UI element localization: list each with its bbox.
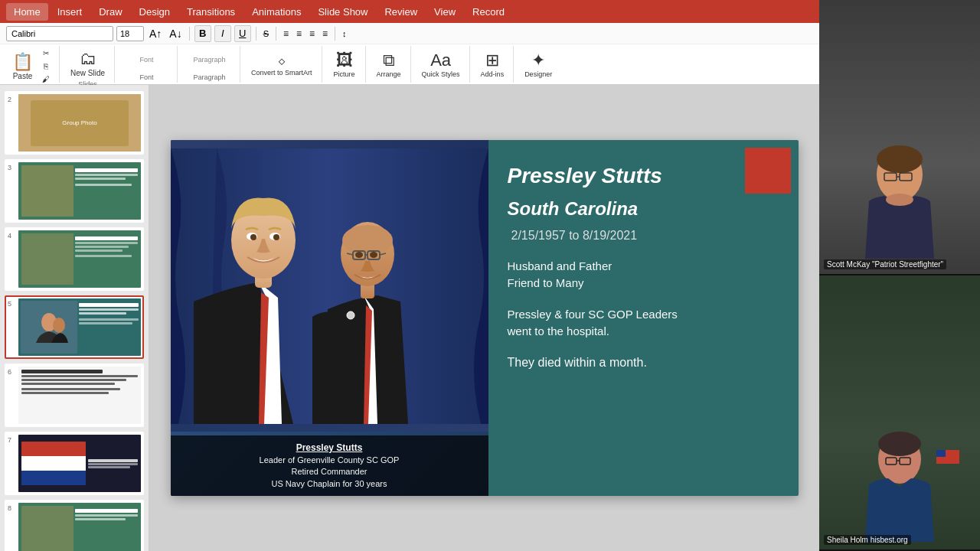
slide-text-content: Pressley Stutts South Carolina 2/15/1957… [488,140,799,496]
caption-sub2: US Navy Chaplain for 30 years [174,478,485,490]
slide-panel: 2 Group Photo 3 [0,85,149,551]
new-slide-icon: 🗂 [80,49,96,69]
slide-thumb-3[interactable]: 3 [5,159,144,223]
arrange-icon: ⧉ [383,51,395,70]
menu-draw[interactable]: Draw [91,3,129,21]
bold-button[interactable]: B [194,25,211,42]
clipboard-group: 📋 Paste ✂ ⎘ 🖌 Clipboard [3,46,60,83]
main-area: 2 Group Photo 3 [0,85,819,551]
arrange-group: ⧉ Arrange [368,46,411,83]
paste-button[interactable]: 📋 Paste [9,51,36,82]
svg-point-5 [886,194,913,206]
slide-photo-area: Pressley Stutts Leader of Greenville Cou… [171,140,488,496]
add-ins-button[interactable]: ⊞ Add-ins [478,47,508,81]
picture-label: Picture [334,70,355,78]
slide-line3: Pressley & four SC GOP Leaders [508,306,779,324]
slide-8-thumbnail [18,503,141,551]
underline-button[interactable]: U [234,25,251,42]
slide-thumb-7[interactable]: 7 [5,432,144,495]
copy-button[interactable]: ⎘ [39,60,53,72]
quick-styles-label: Quick Styles [422,70,460,78]
svg-point-1 [877,145,923,173]
font-size-input[interactable] [116,26,144,41]
align-center-icon[interactable]: ≡ [294,28,304,40]
copy-icon: ⎘ [44,62,48,70]
paste-icon: 📋 [12,52,33,72]
video-pane-2: Sheila Holm hisbest.org [819,276,980,551]
menu-slideshow[interactable]: Slide Show [310,3,375,21]
cut-icon: ✂ [43,49,49,57]
convert-smartart-button[interactable]: ⬦ Convert to SmartArt [248,47,315,81]
svg-point-34 [355,252,363,258]
slide-4-thumbnail [18,230,141,288]
smartart-icon: ⬦ [277,51,286,69]
line-spacing-icon[interactable]: ↕ [340,28,349,39]
strikethrough-icon[interactable]: S [261,28,271,39]
new-slide-label: New Slide [70,69,105,77]
quick-styles-button[interactable]: Aa Quick Styles [419,47,463,81]
menu-review[interactable]: Review [377,3,425,21]
menu-home[interactable]: Home [6,3,48,21]
slide-thumb-6[interactable]: 6 [5,364,144,427]
designer-icon: ✦ [531,51,545,70]
format-painter-button[interactable]: 🖌 [39,73,53,85]
slide-3-thumbnail [18,162,141,220]
slide-state: South Carolina [508,198,779,220]
slide-photo [171,140,488,432]
svg-point-7 [878,432,921,456]
picture-button[interactable]: 🖼 Picture [331,47,358,81]
new-slide-button[interactable]: 🗂 New Slide [67,47,108,79]
font-increase-icon[interactable]: A↑ [147,27,164,41]
caption-name: Pressley Stutts [174,442,485,455]
menu-view[interactable]: View [426,3,463,21]
menu-transitions[interactable]: Transitions [179,3,243,21]
arrange-button[interactable]: ⧉ Arrange [374,47,404,81]
slide-caption: Pressley Stutts Leader of Greenville Cou… [171,435,488,496]
canvas-area: Pressley Stutts Leader of Greenville Cou… [149,85,819,551]
menu-design[interactable]: Design [132,3,178,21]
svg-point-35 [370,252,377,258]
slides-group: 🗂 New Slide Slides [61,46,115,83]
designer-button[interactable]: ✦ Designer [521,47,555,81]
video-pane-1: Scott McKay "Patriot Streetfighter" [819,0,980,276]
svg-point-24 [273,234,279,240]
caption-title: Leader of Greenville County SC GOP [174,455,485,466]
format-painter-icon: 🖌 [42,75,50,83]
quick-styles-group: Aa Quick Styles [413,46,470,83]
paragraph-group-label: Paragraph [194,73,226,81]
slide-thumb-5[interactable]: 5 [5,295,144,359]
slide-6-thumbnail [18,367,141,424]
slide-thumb-2[interactable]: 2 Group Photo [5,91,144,155]
svg-rect-15 [936,450,946,457]
video-name-1: Scott McKay "Patriot Streetfighter" [824,259,946,269]
arrange-label: Arrange [377,70,401,78]
slide-thumb-4[interactable]: 4 [5,227,144,291]
svg-point-17 [53,318,65,333]
red-accent-block [745,148,791,194]
align-left-icon[interactable]: ≡ [281,28,291,40]
font-family-input[interactable] [6,26,113,41]
svg-point-23 [250,234,256,240]
smartart-label: Convert to SmartArt [251,69,312,77]
smartart-group: ⬦ Convert to SmartArt [242,46,322,83]
menu-record[interactable]: Record [465,3,512,21]
slide-thumb-8[interactable]: 8 [5,500,144,551]
font-decrease-icon[interactable]: A↓ [167,27,184,41]
slide-line2: Friend to Many [508,275,779,292]
paragraph-group: Paragraph Paragraph [179,46,240,83]
justify-icon[interactable]: ≡ [320,28,330,40]
slide-line5: They died within a month. [508,356,779,370]
picture-group: 🖼 Picture [324,46,366,83]
menu-animations[interactable]: Animations [244,3,309,21]
italic-button[interactable]: I [214,25,231,42]
paste-label: Paste [13,72,33,80]
picture-icon: 🖼 [336,51,353,70]
cut-button[interactable]: ✂ [39,47,53,59]
slide-person-name: Pressley Stutts [508,163,779,189]
menu-insert[interactable]: Insert [50,3,90,21]
main-slide: Pressley Stutts Leader of Greenville Cou… [171,140,799,496]
align-right-icon[interactable]: ≡ [307,28,317,40]
slide-5-thumbnail [18,298,141,356]
add-ins-label: Add-ins [481,70,505,78]
slide-line1: Husband and Father [508,258,779,276]
